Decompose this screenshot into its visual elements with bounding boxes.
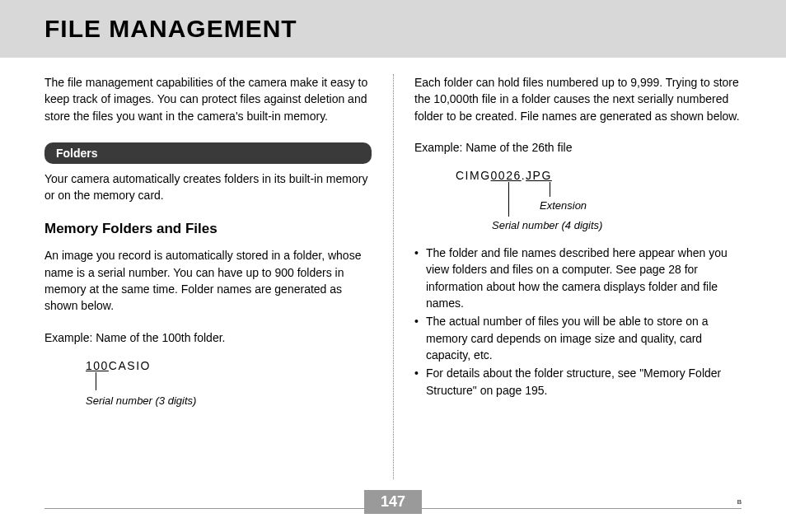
folder-serial: 100	[86, 359, 109, 372]
title-bar: FILE MANAGEMENT	[0, 0, 786, 58]
section-label-text: Folders	[56, 147, 98, 160]
folder-name-diagram: 100CASIO Serial number (3 digits)	[86, 357, 372, 412]
list-item: The folder and file names described here…	[414, 245, 742, 311]
file-name-example: CIMG0026.JPG	[456, 167, 742, 184]
footer-mark: B	[737, 498, 742, 506]
file-name-diagram: CIMG0026.JPG Extension Serial number (4 …	[456, 167, 742, 240]
notes-list: The folder and file names described here…	[414, 245, 742, 399]
file-prefix: CIMG	[456, 169, 491, 182]
subhead-paragraph: An image you record is automatically sto…	[44, 247, 372, 314]
page-number: 147	[364, 490, 422, 514]
list-item: The actual number of files you will be a…	[414, 313, 742, 363]
diagram-tick-ext	[550, 182, 550, 197]
right-column: Each folder can hold files numbered up t…	[393, 74, 742, 417]
folder-name-example: 100CASIO	[86, 357, 372, 374]
diagram-tick	[96, 372, 96, 390]
list-item: For details about the folder structure, …	[414, 365, 742, 399]
column-divider	[393, 74, 394, 479]
subhead-memory-folders: Memory Folders and Files	[44, 219, 372, 240]
page-title: FILE MANAGEMENT	[44, 15, 297, 43]
section-label-folders: Folders	[44, 142, 372, 164]
example-2-label: Example: Name of the 26th file	[414, 139, 742, 156]
file-serial-annotation: Serial number (4 digits)	[492, 218, 602, 234]
file-serial: 0026	[491, 169, 522, 182]
folder-serial-annotation: Serial number (3 digits)	[86, 394, 196, 409]
diagram-tick-serial	[508, 182, 509, 217]
intro-paragraph: The file management capabilities of the …	[44, 74, 372, 124]
folder-suffix: CASIO	[109, 359, 151, 372]
file-ext: JPG	[526, 169, 552, 182]
left-column: The file management capabilities of the …	[44, 74, 393, 417]
file-ext-annotation: Extension	[540, 198, 587, 214]
example-1-label: Example: Name of the 100th folder.	[44, 329, 372, 346]
folders-paragraph: Your camera automatically creates folder…	[44, 170, 372, 204]
content-area: The file management capabilities of the …	[0, 58, 786, 417]
right-intro-paragraph: Each folder can hold files numbered up t…	[414, 74, 742, 124]
